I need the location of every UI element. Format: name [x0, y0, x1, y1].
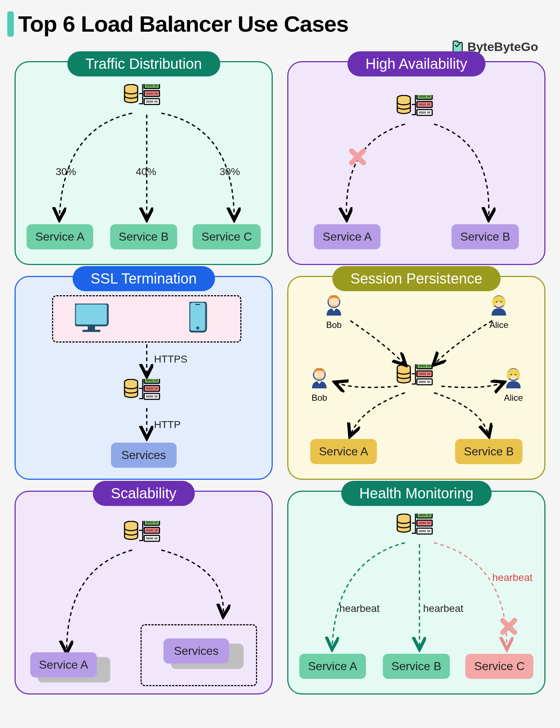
- https-label: HTTPS: [154, 353, 188, 365]
- cards-grid: Traffic Distribution 30% 40% 30% Service…: [7, 61, 553, 695]
- card-title: SSL Termination: [72, 266, 215, 291]
- service-b-box: Service B: [383, 654, 450, 679]
- card-ssl-termination: SSL Termination HTTPS HTTP Services: [15, 276, 273, 480]
- pct-a-label: 30%: [56, 166, 76, 178]
- pct-c-label: 30%: [220, 166, 240, 178]
- service-a-box: Service A: [314, 224, 380, 249]
- service-b-box: Service B: [455, 439, 522, 464]
- hb-a-label: hearbeat: [339, 603, 380, 614]
- service-a-box: Service A: [30, 652, 97, 677]
- card-scalability: Scalability Service A Services: [15, 491, 273, 695]
- service-c-box: Service C: [465, 654, 533, 679]
- service-a-box: Service A: [299, 654, 366, 679]
- accent-bar: [7, 11, 14, 37]
- page-header: Top 6 Load Balancer Use Cases: [7, 11, 553, 37]
- pct-b-label: 40%: [136, 166, 156, 178]
- hb-b-label: hearbeat: [423, 603, 464, 614]
- x-mark-icon: [498, 616, 520, 637]
- service-b-box: Service B: [110, 224, 177, 249]
- card-title: Scalability: [92, 481, 194, 506]
- load-balancer-icon: [124, 379, 164, 404]
- hb-c-label: hearbeat: [492, 572, 533, 583]
- card-session-persistence: Session Persistence Bob Alice Bob Alice: [287, 276, 545, 480]
- card-title: Traffic Distribution: [67, 51, 220, 76]
- service-b-box: Service B: [451, 224, 519, 249]
- services-box: Services: [111, 443, 177, 468]
- service-a-box: Service A: [310, 439, 377, 464]
- card-title: Health Monitoring: [341, 481, 492, 506]
- card-high-availability: High Availability Service A Service B: [287, 61, 545, 265]
- brand-text: ByteByteGo: [467, 40, 538, 54]
- card-health-monitoring: Health Monitoring hearbeat hearbeat hear…: [287, 491, 545, 695]
- card-title: High Availability: [347, 51, 485, 76]
- scaling-group-box: Services: [141, 624, 257, 686]
- card-traffic-distribution: Traffic Distribution 30% 40% 30% Service…: [15, 61, 273, 265]
- service-a-box: Service A: [27, 224, 93, 249]
- page-title: Top 6 Load Balancer Use Cases: [18, 11, 348, 37]
- x-mark-icon: [347, 146, 368, 168]
- http-label: HTTP: [154, 419, 181, 431]
- card-title: Session Persistence: [332, 266, 500, 291]
- services-box: Services: [163, 638, 229, 664]
- service-c-box: Service C: [193, 224, 261, 249]
